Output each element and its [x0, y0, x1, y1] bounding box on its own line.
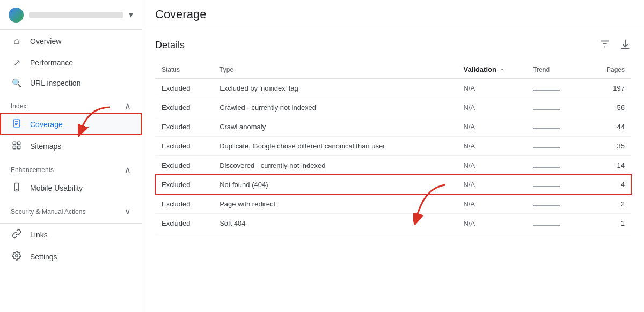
main-content: Coverage Details [142, 0, 644, 312]
sidebar-item-mobile-usability-label: Mobile Usability [30, 184, 83, 192]
trend-line [533, 225, 560, 226]
cell-status-1: Excluded [155, 98, 213, 117]
table-row[interactable]: ExcludedDiscovered - currently not index… [155, 155, 631, 175]
cell-validation-5: N/A [457, 175, 526, 194]
cell-status-4: Excluded [155, 155, 213, 175]
search-icon: 🔍 [11, 78, 23, 88]
enhancements-section-label: Enhancements [11, 166, 54, 174]
page-title: Coverage [142, 0, 644, 29]
sidebar-item-coverage[interactable]: Coverage [0, 113, 142, 135]
sidebar-item-performance[interactable]: ↗ Performance [0, 52, 142, 73]
trend-line [533, 90, 560, 91]
svg-point-10 [16, 255, 18, 257]
details-title: Details [155, 40, 185, 51]
cell-type-3: Duplicate, Google chose different canoni… [213, 136, 457, 155]
cell-pages-4: 14 [596, 155, 631, 175]
trend-line [533, 109, 560, 110]
site-name [29, 12, 123, 18]
site-logo [9, 8, 24, 23]
sidebar-item-coverage-label: Coverage [30, 120, 63, 129]
cell-status-7: Excluded [155, 213, 213, 233]
security-chevron[interactable]: ∨ [125, 206, 131, 217]
index-chevron[interactable]: ∧ [125, 101, 131, 111]
index-section-header: Index ∧ [0, 93, 142, 113]
table-row[interactable]: ExcludedSoft 404N/A1 [155, 213, 631, 233]
cell-trend-3 [526, 136, 596, 155]
col-header-validation[interactable]: Validation ↑ [457, 61, 526, 78]
trend-line [533, 128, 560, 129]
sidebar-item-mobile-usability[interactable]: Mobile Usability [0, 177, 142, 199]
sort-asc-icon: ↑ [501, 66, 504, 74]
cell-trend-1 [526, 98, 596, 117]
sidebar-item-overview-label: Overview [30, 37, 61, 46]
download-icon[interactable] [619, 38, 631, 53]
sidebar-item-sitemaps[interactable]: Sitemaps [0, 135, 142, 157]
col-header-trend: Trend [526, 61, 596, 78]
index-section-label: Index [11, 102, 26, 110]
cell-type-5: Not found (404) [213, 175, 457, 194]
performance-icon: ↗ [11, 57, 23, 68]
links-icon [11, 229, 23, 240]
cell-type-1: Crawled - currently not indexed [213, 98, 457, 117]
sidebar-item-settings[interactable]: Settings [0, 246, 142, 268]
sidebar-item-overview[interactable]: ⌂ Overview [0, 30, 142, 52]
cell-validation-4: N/A [457, 155, 526, 175]
trend-line [533, 205, 560, 206]
enhancements-chevron[interactable]: ∧ [125, 165, 131, 175]
trend-line [533, 167, 560, 168]
dropdown-icon[interactable]: ▾ [129, 10, 133, 20]
sidebar-item-performance-label: Performance [30, 58, 73, 67]
table-row[interactable]: ExcludedDuplicate, Google chose differen… [155, 136, 631, 155]
cell-trend-4 [526, 155, 596, 175]
cell-validation-2: N/A [457, 117, 526, 136]
header-actions [599, 38, 631, 53]
sidebar-item-url-inspection[interactable]: 🔍 URL inspection [0, 73, 142, 93]
cell-trend-7 [526, 213, 596, 233]
content-area: Details [142, 29, 644, 312]
table-row[interactable]: ExcludedExcluded by 'noindex' tagN/A197 [155, 78, 631, 98]
cell-status-6: Excluded [155, 194, 213, 213]
cell-trend-0 [526, 78, 596, 98]
cell-trend-5 [526, 175, 596, 194]
cell-status-5: Excluded [155, 175, 213, 194]
cell-pages-1: 56 [596, 98, 631, 117]
cell-status-2: Excluded [155, 117, 213, 136]
cell-type-7: Soft 404 [213, 213, 457, 233]
cell-pages-6: 2 [596, 194, 631, 213]
coverage-icon [11, 118, 23, 130]
sidebar-item-sitemaps-label: Sitemaps [30, 142, 61, 151]
details-header: Details [155, 38, 631, 53]
svg-point-9 [16, 189, 17, 190]
cell-pages-3: 35 [596, 136, 631, 155]
sidebar-header: ▾ [0, 0, 142, 30]
cell-type-2: Crawl anomaly [213, 117, 457, 136]
table-row[interactable]: ExcludedCrawl anomalyN/A44 [155, 117, 631, 136]
cell-type-0: Excluded by 'noindex' tag [213, 78, 457, 98]
table-row[interactable]: ExcludedCrawled - currently not indexedN… [155, 98, 631, 117]
cell-validation-1: N/A [457, 98, 526, 117]
col-header-status: Status [155, 61, 213, 78]
sidebar: ▾ ⌂ Overview ↗ Performance 🔍 URL inspect… [0, 0, 142, 312]
table-row[interactable]: ExcludedNot found (404)N/A4 [155, 175, 631, 194]
cell-validation-7: N/A [457, 213, 526, 233]
trend-line [533, 147, 560, 148]
cell-validation-3: N/A [457, 136, 526, 155]
cell-pages-2: 44 [596, 117, 631, 136]
table-body: ExcludedExcluded by 'noindex' tagN/A197E… [155, 78, 631, 233]
settings-icon [11, 251, 23, 262]
filter-icon[interactable] [599, 38, 611, 53]
col-header-pages: Pages [596, 61, 631, 78]
sidebar-item-settings-label: Settings [30, 252, 57, 261]
security-section-label: Security & Manual Actions [11, 208, 85, 216]
sitemaps-icon [11, 140, 23, 152]
svg-rect-4 [13, 142, 16, 144]
sidebar-item-links-label: Links [30, 231, 48, 239]
security-section-header: Security & Manual Actions ∨ [0, 199, 142, 219]
sidebar-item-links[interactable]: Links [0, 224, 142, 246]
cell-pages-0: 197 [596, 78, 631, 98]
cell-pages-5: 4 [596, 175, 631, 194]
col-header-type: Type [213, 61, 457, 78]
table-row[interactable]: ExcludedPage with redirectN/A2 [155, 194, 631, 213]
cell-validation-6: N/A [457, 194, 526, 213]
svg-rect-5 [18, 142, 20, 144]
